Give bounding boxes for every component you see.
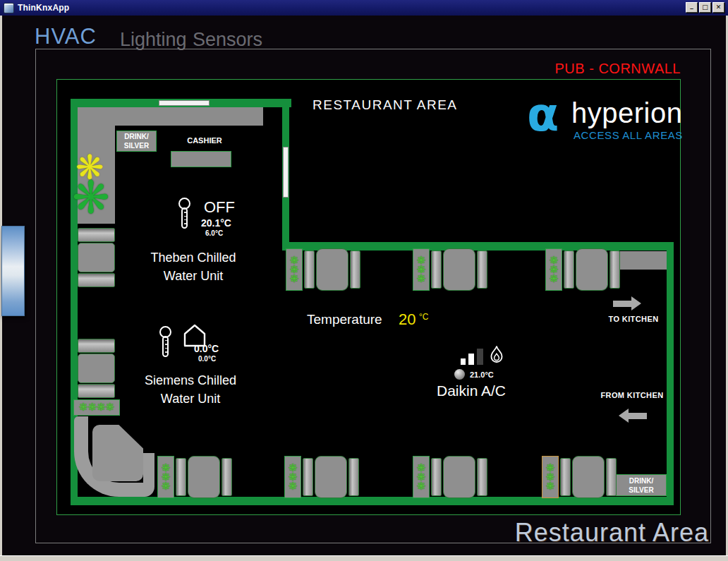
theben-name: Theben Chilled Water Unit <box>133 248 253 285</box>
to-kitchen-arrow-head-icon <box>631 296 641 310</box>
booth-seat <box>78 339 115 353</box>
booth-table <box>78 243 115 272</box>
theben-current-temp: 20.1°C <box>201 217 231 229</box>
app-icon <box>4 3 14 13</box>
from-kitchen-label: FROM KITCHEN <box>593 391 671 399</box>
temperature-value-group[interactable]: 20 °C <box>399 310 428 329</box>
booth-seat <box>350 251 360 289</box>
site-label: PUB - CORNWALL <box>496 61 681 77</box>
booth-seat <box>304 251 315 289</box>
plant-icon: ❋ <box>72 175 110 220</box>
planter: ❋❋❋ <box>545 248 562 291</box>
theben-thermometer-icon[interactable] <box>177 198 195 230</box>
hyperion-brand: hyperion <box>571 97 682 129</box>
booth-seat <box>609 251 620 289</box>
wall-right <box>667 242 674 505</box>
drink-silver-station-top: DRINK/ SILVER <box>116 131 157 152</box>
cashier-label: CASHIER <box>166 136 243 145</box>
fan-speed-bar-1 <box>461 358 466 365</box>
booth-table <box>188 456 220 498</box>
booth-group: ❋❋❋ <box>413 456 487 498</box>
siemens-name: Siemens Chilled Water Unit <box>131 371 250 408</box>
hyperion-alpha-icon: α <box>527 92 559 138</box>
to-kitchen-label: TO KITCHEN <box>598 315 669 323</box>
plant-icon: ❋ <box>162 482 171 491</box>
mode-sphere-icon[interactable] <box>454 369 465 380</box>
plant-icon: ❋ <box>290 275 299 284</box>
minimize-button[interactable]: _ <box>686 2 698 13</box>
booth-table <box>315 456 347 498</box>
booth-table <box>316 248 348 291</box>
window-titlebar[interactable]: ThinKnxApp _ □ ✕ <box>0 0 728 16</box>
plant-icon: ❋ <box>106 403 115 412</box>
plant-icon: ❋ <box>417 482 426 491</box>
flame-icon[interactable] <box>487 345 506 366</box>
siemens-current-temp: 0.0°C <box>194 343 219 354</box>
plant-icon: ❋ <box>417 275 426 284</box>
plant-icon: ❋ <box>97 403 106 412</box>
booth-seat <box>477 251 487 289</box>
fan-speed-bar-3 <box>477 349 483 365</box>
booth-seat <box>564 251 574 289</box>
maximize-button[interactable]: □ <box>699 2 711 13</box>
close-button[interactable]: ✕ <box>712 2 724 13</box>
booth-seat <box>222 458 232 496</box>
booth-seat <box>78 384 115 398</box>
drink-silver-station-bottom: DRINK/ SILVER <box>616 474 667 496</box>
booth-table <box>572 456 605 498</box>
from-kitchen-arrow-icon <box>629 413 647 419</box>
app-window: ThinKnxApp _ □ ✕ HVAC Lighting Sensors P… <box>0 0 728 561</box>
theben-status: OFF <box>204 198 235 217</box>
booth-group: ❋❋❋ <box>413 248 487 291</box>
booth-group: ❋❋❋ <box>286 248 360 291</box>
area-footer-label: Restaurant Area <box>515 518 709 548</box>
booth-table <box>78 354 115 383</box>
planter: ❋❋❋ <box>542 456 559 498</box>
plant-icon: ❋ <box>550 275 559 284</box>
booth-seat <box>303 458 313 496</box>
booth-table <box>443 456 475 498</box>
window-border-bottom <box>0 555 728 561</box>
plant-icon: ❋ <box>289 482 298 491</box>
booth-seat <box>431 251 442 289</box>
booth-group: ❋❋❋ <box>284 456 359 498</box>
booth-seat <box>606 458 617 496</box>
booth-group <box>78 228 115 287</box>
theben-setpoint: 6.0°C <box>205 229 223 237</box>
plant-icon: ❋ <box>87 403 97 412</box>
tab-sensors[interactable]: Sensors <box>193 29 262 51</box>
booth-group: ❋❋❋ <box>545 248 620 291</box>
tab-lighting[interactable]: Lighting <box>120 29 187 51</box>
hyperion-tagline: ACCESS ALL AREAS <box>574 129 683 141</box>
booth-seat <box>78 273 115 287</box>
siemens-thermometer-icon[interactable] <box>158 326 176 358</box>
corner-booth <box>74 416 154 497</box>
planter: ❋❋❋ <box>286 248 303 291</box>
temperature-value: 20 <box>399 310 415 328</box>
window-gap-top <box>159 100 210 106</box>
window-title: ThinKnxApp <box>18 3 69 13</box>
booth-group: ❋❋❋ <box>157 456 232 498</box>
booth-seat <box>477 458 487 496</box>
app-content: HVAC Lighting Sensors PUB - CORNWALL RES… <box>2 16 726 555</box>
counter-right <box>615 251 667 270</box>
temperature-label: Temperature <box>307 312 382 327</box>
plant-icon: ❋ <box>79 403 88 412</box>
from-kitchen-arrow-head-icon <box>619 409 629 423</box>
planter: ❋❋❋ <box>413 248 430 291</box>
plan-title: RESTAURANT AREA <box>313 97 458 113</box>
planter: ❋❋❋ <box>413 456 430 498</box>
side-panel-handle[interactable] <box>1 226 25 316</box>
tab-hvac[interactable]: HVAC <box>35 24 97 49</box>
booth-table <box>576 248 608 291</box>
booth-group <box>78 339 115 398</box>
siemens-setpoint: 0.0°C <box>198 355 216 363</box>
daikin-name: Daikin A/C <box>425 382 517 399</box>
planter-horizontal: ❋❋❋❋ <box>73 399 120 416</box>
plant-icon: ❋ <box>546 482 555 491</box>
cashier-desk <box>171 151 231 167</box>
planter: ❋❋❋ <box>157 456 174 498</box>
planter: ❋❋❋ <box>284 456 301 498</box>
booth-seat <box>560 458 571 496</box>
booth-seat <box>176 458 186 496</box>
